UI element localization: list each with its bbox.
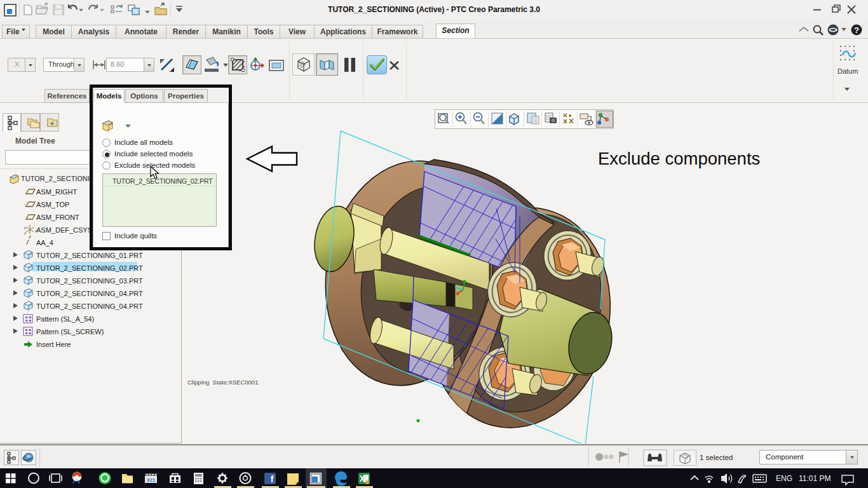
svg-text:f: f bbox=[271, 474, 274, 484]
svg-text:ENG: ENG bbox=[776, 474, 792, 483]
svg-text:?: ? bbox=[854, 25, 859, 35]
svg-text:✳: ✳ bbox=[50, 120, 55, 127]
svg-text:z: z bbox=[24, 231, 26, 235]
svg-text:y: y bbox=[24, 226, 26, 229]
svg-text:321: 321 bbox=[147, 477, 156, 483]
svg-text:11:01 PM: 11:01 PM bbox=[799, 474, 831, 483]
svg-text:x: x bbox=[35, 229, 37, 233]
